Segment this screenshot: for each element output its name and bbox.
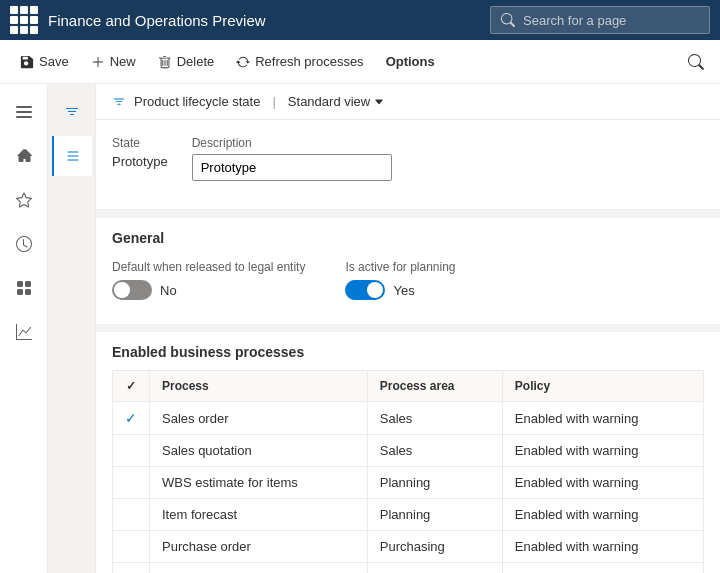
- save-button[interactable]: Save: [10, 48, 79, 75]
- filter-nav-icon[interactable]: [52, 92, 92, 132]
- new-icon: [91, 55, 105, 69]
- state-value: Prototype: [112, 154, 168, 169]
- default-toggle-label: Default when released to legal entity: [112, 260, 305, 274]
- modules-icon[interactable]: [4, 312, 44, 352]
- search-icon: [501, 13, 515, 27]
- favorites-icon[interactable]: [4, 180, 44, 220]
- view-selector[interactable]: Standard view: [288, 94, 384, 109]
- refresh-label: Refresh processes: [255, 54, 363, 69]
- search-button[interactable]: [682, 48, 710, 76]
- description-field: Description: [192, 136, 392, 181]
- row-policy-2: Enabled with warning: [502, 467, 703, 499]
- row-check-3[interactable]: [113, 499, 150, 531]
- row-area-5: Purchasing: [367, 563, 502, 574]
- planning-toggle-group: Is active for planning Yes: [345, 260, 455, 300]
- row-area-4: Purchasing: [367, 531, 502, 563]
- top-bar: Finance and Operations Preview Search fo…: [0, 0, 720, 40]
- new-button[interactable]: New: [81, 48, 146, 75]
- home-icon[interactable]: [4, 136, 44, 176]
- options-button[interactable]: Options: [376, 48, 445, 75]
- col-process: Process: [150, 371, 368, 402]
- row-check-1[interactable]: [113, 435, 150, 467]
- general-section: General Default when released to legal e…: [96, 218, 720, 324]
- default-toggle-group: Default when released to legal entity No: [112, 260, 305, 300]
- planning-toggle[interactable]: [345, 280, 385, 300]
- app-title: Finance and Operations Preview: [48, 12, 480, 29]
- row-check-5[interactable]: [113, 563, 150, 574]
- row-check-2[interactable]: [113, 467, 150, 499]
- row-process-1: Sales quotation: [150, 435, 368, 467]
- row-process-3: Item forecast: [150, 499, 368, 531]
- row-area-1: Sales: [367, 435, 502, 467]
- table-header-row: ✓ Process Process area Policy: [113, 371, 704, 402]
- row-area-2: Planning: [367, 467, 502, 499]
- row-policy-3: Enabled with warning: [502, 499, 703, 531]
- list-nav-icon[interactable]: [52, 136, 92, 176]
- table-row[interactable]: ✓ Sales order Sales Enabled with warning: [113, 402, 704, 435]
- description-label: Description: [192, 136, 392, 150]
- options-label: Options: [386, 54, 435, 69]
- hamburger-menu-icon[interactable]: [4, 92, 44, 132]
- row-check-0[interactable]: ✓: [113, 402, 150, 435]
- delete-button[interactable]: Delete: [148, 48, 225, 75]
- description-input[interactable]: [192, 154, 392, 181]
- page-title: Product lifecycle state: [134, 94, 260, 109]
- second-nav: [48, 84, 96, 573]
- state-label: State: [112, 136, 168, 150]
- general-title: General: [112, 230, 704, 246]
- row-policy-0: Enabled with warning: [502, 402, 703, 435]
- row-process-0: Sales order: [150, 402, 368, 435]
- row-area-3: Planning: [367, 499, 502, 531]
- app-grid-icon[interactable]: [10, 6, 38, 34]
- col-check: ✓: [113, 371, 150, 402]
- view-name: Standard view: [288, 94, 370, 109]
- row-check-4[interactable]: [113, 531, 150, 563]
- global-search-placeholder: Search for a page: [523, 13, 626, 28]
- refresh-icon: [236, 55, 250, 69]
- row-policy-4: Enabled with warning: [502, 531, 703, 563]
- filter-header-icon: [112, 95, 126, 109]
- delete-label: Delete: [177, 54, 215, 69]
- workspace-icon[interactable]: [4, 268, 44, 308]
- state-field: State Prototype: [112, 136, 168, 181]
- planning-toggle-label: Is active for planning: [345, 260, 455, 274]
- delete-icon: [158, 55, 172, 69]
- default-toggle-text: No: [160, 283, 177, 298]
- table-row[interactable]: Item forecast Planning Enabled with warn…: [113, 499, 704, 531]
- table-row[interactable]: Purchase order Purchasing Enabled with w…: [113, 531, 704, 563]
- save-icon: [20, 55, 34, 69]
- row-area-0: Sales: [367, 402, 502, 435]
- global-search[interactable]: Search for a page: [490, 6, 710, 34]
- table-section: Enabled business processes ✓ Process Pro…: [96, 332, 720, 573]
- command-bar: Save New Delete Refresh processes Option…: [0, 40, 720, 84]
- main-layout: Product lifecycle state | Standard view …: [0, 84, 720, 573]
- separator: |: [272, 94, 275, 109]
- table-title: Enabled business processes: [112, 344, 704, 360]
- search-cmd-icon: [688, 54, 704, 70]
- new-label: New: [110, 54, 136, 69]
- table-row[interactable]: Request for quote Purchasing Enabled wit…: [113, 563, 704, 574]
- row-policy-1: Enabled with warning: [502, 435, 703, 467]
- field-row: State Prototype Description: [112, 136, 704, 181]
- row-policy-5: Enabled with warning: [502, 563, 703, 574]
- save-label: Save: [39, 54, 69, 69]
- table-row[interactable]: WBS estimate for items Planning Enabled …: [113, 467, 704, 499]
- page-header: Product lifecycle state | Standard view: [96, 84, 720, 120]
- default-toggle-control: No: [112, 280, 305, 300]
- toggle-row: Default when released to legal entity No…: [112, 260, 704, 300]
- planning-toggle-control: Yes: [345, 280, 455, 300]
- default-toggle[interactable]: [112, 280, 152, 300]
- checkmark-icon: ✓: [125, 410, 137, 426]
- row-process-4: Purchase order: [150, 531, 368, 563]
- col-area: Process area: [367, 371, 502, 402]
- left-nav: [0, 84, 48, 573]
- refresh-button[interactable]: Refresh processes: [226, 48, 373, 75]
- row-process-2: WBS estimate for items: [150, 467, 368, 499]
- form-area: State Prototype Description: [96, 120, 720, 209]
- chevron-down-icon: [374, 97, 384, 107]
- table-row[interactable]: Sales quotation Sales Enabled with warni…: [113, 435, 704, 467]
- col-policy: Policy: [502, 371, 703, 402]
- recent-icon[interactable]: [4, 224, 44, 264]
- process-table: ✓ Process Process area Policy ✓ Sales or…: [112, 370, 704, 573]
- divider: [96, 209, 720, 210]
